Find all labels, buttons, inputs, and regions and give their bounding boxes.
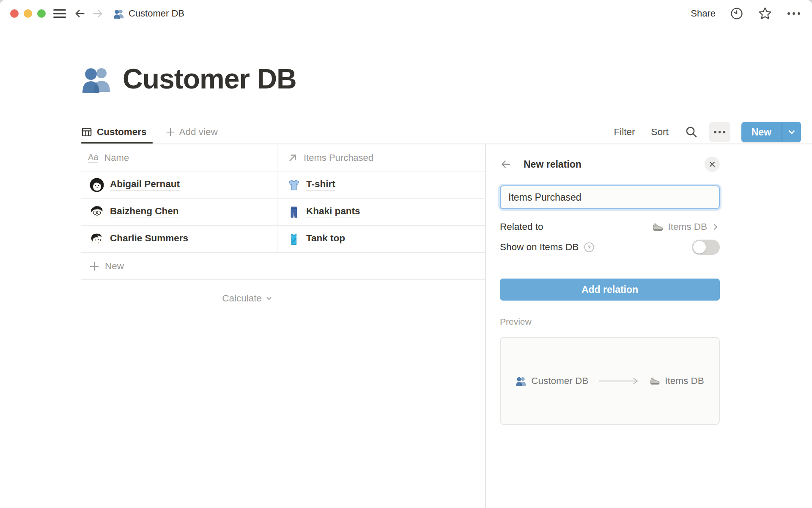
calculate-button[interactable]: Calculate bbox=[81, 280, 277, 313]
related-to-row[interactable]: Related to Items DB bbox=[500, 217, 720, 237]
table-header-row: Aa Name Items Purchased bbox=[81, 144, 485, 171]
page-people-icon[interactable] bbox=[81, 64, 112, 94]
table-row: Abigail Pernaut T-shirt bbox=[81, 171, 485, 199]
item-name: T-shirt bbox=[306, 179, 335, 191]
preview-target-label: Items DB bbox=[665, 375, 704, 387]
charlie-avatar bbox=[90, 232, 104, 246]
preview-source-label: Customer DB bbox=[531, 375, 588, 387]
tab-customers[interactable]: Customers bbox=[74, 121, 154, 144]
close-icon bbox=[708, 160, 716, 168]
related-to-label: Related to bbox=[500, 221, 543, 232]
tshirt-icon bbox=[288, 179, 300, 191]
share-button[interactable]: Share bbox=[691, 8, 716, 19]
customers-table: Aa Name Items Purchased Abigail Pernaut bbox=[81, 144, 485, 313]
table-row: Charlie Summers Tank top bbox=[81, 226, 485, 253]
back-arrow-icon[interactable] bbox=[74, 7, 86, 20]
long-arrow-right-icon bbox=[598, 376, 640, 386]
column-items-label: Items Purchased bbox=[304, 152, 373, 163]
window-controls bbox=[10, 9, 46, 18]
items-cell[interactable]: Tank top bbox=[277, 226, 485, 252]
customer-name: Charlie Summers bbox=[110, 233, 188, 246]
favorite-star-icon[interactable] bbox=[758, 6, 772, 21]
add-view-label: Add view bbox=[179, 127, 218, 138]
plus-icon bbox=[89, 261, 100, 272]
show-on-label: Show on Items DB bbox=[500, 242, 579, 253]
item-name: Tank top bbox=[306, 233, 345, 246]
show-on-toggle[interactable] bbox=[692, 240, 720, 255]
chevron-right-icon bbox=[711, 223, 720, 231]
sort-button[interactable]: Sort bbox=[651, 127, 668, 138]
app-window: Customer DB Share Customer DB Custo bbox=[0, 0, 812, 508]
tank-top-icon bbox=[288, 233, 300, 246]
updates-clock-icon[interactable] bbox=[730, 7, 743, 20]
item-name: Khaki pants bbox=[306, 206, 360, 218]
new-split-button: New bbox=[741, 122, 801, 142]
titlebar: Customer DB Share bbox=[0, 0, 812, 27]
panel-back-icon[interactable] bbox=[500, 158, 512, 170]
text-type-icon: Aa bbox=[88, 153, 98, 163]
relation-preview-card: Customer DB Items DB bbox=[500, 337, 720, 425]
column-header-items-purchased[interactable]: Items Purchased bbox=[277, 144, 485, 171]
panel-close-button[interactable] bbox=[705, 157, 720, 172]
new-relation-panel: New relation Related to Items DB Show bbox=[500, 153, 720, 425]
sneaker-icon bbox=[649, 375, 660, 387]
page-title[interactable]: Customer DB bbox=[123, 63, 296, 95]
name-cell[interactable]: Charlie Summers bbox=[81, 226, 277, 252]
tab-label: Customers bbox=[97, 127, 147, 138]
calculate-label: Calculate bbox=[222, 293, 262, 304]
zoom-window-button[interactable] bbox=[37, 9, 46, 18]
new-row-label: New bbox=[105, 261, 124, 272]
baizheng-avatar bbox=[90, 205, 104, 219]
sidebar-menu-icon[interactable] bbox=[53, 9, 66, 18]
svg-text:?: ? bbox=[587, 244, 591, 251]
search-icon[interactable] bbox=[685, 125, 698, 139]
customer-name: Abigail Pernaut bbox=[110, 179, 180, 191]
customer-name: Baizheng Chen bbox=[110, 206, 179, 218]
sneaker-icon bbox=[652, 221, 664, 233]
table-view-icon bbox=[81, 127, 92, 138]
filter-button[interactable]: Filter bbox=[614, 127, 635, 138]
new-record-dropdown-button[interactable] bbox=[782, 122, 801, 142]
minimize-window-button[interactable] bbox=[24, 9, 32, 18]
add-view-button[interactable]: Add view bbox=[165, 127, 218, 138]
view-options-button[interactable] bbox=[709, 122, 730, 142]
new-row-button[interactable]: New bbox=[81, 253, 485, 280]
close-window-button[interactable] bbox=[10, 9, 19, 18]
people-icon bbox=[516, 375, 527, 387]
panel-title: New relation bbox=[524, 159, 582, 170]
items-cell[interactable]: Khaki pants bbox=[277, 199, 485, 225]
breadcrumb[interactable]: Customer DB bbox=[113, 8, 184, 19]
column-header-name[interactable]: Aa Name bbox=[81, 144, 277, 171]
column-name-label: Name bbox=[104, 152, 129, 163]
new-record-button[interactable]: New bbox=[741, 122, 782, 142]
chevron-down-icon bbox=[787, 127, 796, 137]
name-cell[interactable]: Abigail Pernaut bbox=[81, 171, 277, 198]
view-toolbar: Customers Add view Filter Sort New bbox=[81, 121, 801, 144]
abigail-avatar bbox=[90, 178, 104, 192]
add-relation-button[interactable]: Add relation bbox=[500, 279, 720, 301]
related-to-value: Items DB bbox=[668, 221, 707, 232]
chevron-down-icon bbox=[265, 295, 273, 302]
forward-arrow-icon[interactable] bbox=[91, 7, 104, 20]
plus-icon bbox=[165, 127, 176, 137]
breadcrumb-title: Customer DB bbox=[129, 8, 184, 19]
more-options-icon[interactable] bbox=[787, 11, 801, 16]
khaki-pants-icon bbox=[288, 206, 300, 218]
relation-arrow-icon bbox=[288, 153, 298, 163]
show-on-row: Show on Items DB ? bbox=[500, 237, 720, 257]
items-cell[interactable]: T-shirt bbox=[277, 171, 485, 198]
preview-label: Preview bbox=[500, 317, 720, 327]
people-icon bbox=[113, 8, 124, 19]
table-row: Baizheng Chen Khaki pants bbox=[81, 199, 485, 226]
table-footer: Calculate bbox=[81, 280, 485, 313]
name-cell[interactable]: Baizheng Chen bbox=[81, 199, 277, 225]
panel-divider bbox=[485, 144, 486, 508]
relation-name-input[interactable] bbox=[500, 185, 720, 209]
help-question-icon[interactable]: ? bbox=[584, 242, 595, 253]
